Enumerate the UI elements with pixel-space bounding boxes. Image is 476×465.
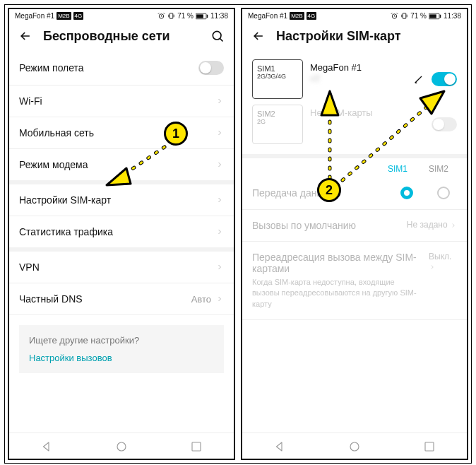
nav-back-icon[interactable]	[270, 440, 289, 453]
alarm-icon	[391, 12, 398, 20]
back-icon[interactable]	[18, 28, 33, 44]
svg-rect-12	[440, 14, 441, 18]
alarm-icon	[157, 12, 165, 20]
sim-mode: 2G	[257, 118, 298, 125]
row-vpn[interactable]: VPN	[9, 252, 234, 283]
badge: 4G	[307, 12, 317, 20]
row-label: Вызовы по умолчанию	[252, 220, 356, 231]
back-icon[interactable]	[251, 28, 266, 44]
navbar	[9, 432, 234, 459]
header: Настройки SIM-карт	[242, 21, 467, 51]
row-traffic[interactable]: Статистика трафика	[9, 216, 234, 252]
statusbar: MegaFon #1 M2B 4G 71 % 11:38	[9, 9, 234, 21]
svg-rect-9	[403, 13, 406, 18]
row-value: Авто	[191, 294, 211, 305]
svg-rect-1	[169, 13, 173, 18]
chevron-right-icon	[215, 160, 224, 169]
badge: M2B	[290, 12, 304, 20]
time-label: 11:38	[210, 12, 228, 20]
svg-point-13	[350, 442, 359, 451]
badge: M2B	[56, 12, 71, 20]
battery-text: 71 %	[177, 12, 194, 20]
svg-rect-14	[425, 442, 434, 451]
chevron-right-icon	[215, 97, 224, 105]
row-label: Настройки SIM-карт	[19, 194, 215, 206]
svg-rect-11	[429, 14, 436, 18]
sim-name: SIM2	[257, 110, 298, 118]
sim-card-2[interactable]: SIM2 2G	[252, 105, 303, 144]
row-forwarding[interactable]: Переадресация вызова между SIM-картами В…	[242, 242, 467, 320]
row-label: Переадресация вызова между SIM-картами	[252, 252, 429, 274]
nav-home-icon[interactable]	[112, 440, 131, 453]
sim-operator: MegaFon #1	[310, 62, 406, 73]
row-wifi[interactable]: Wi-Fi	[9, 86, 234, 117]
battery-icon	[429, 13, 441, 20]
vibrate-icon	[400, 12, 408, 20]
svg-point-5	[213, 31, 221, 40]
search-icon[interactable]	[210, 28, 225, 44]
row-label: VPN	[19, 261, 215, 273]
battery-text: 71 %	[410, 12, 427, 20]
svg-point-6	[117, 442, 126, 451]
row-label: Частный DNS	[19, 293, 191, 305]
page-title: Беспроводные сети	[43, 29, 200, 44]
nav-home-icon[interactable]	[345, 440, 364, 453]
vibrate-icon	[167, 12, 175, 20]
row-value: Не задано	[407, 220, 448, 230]
chevron-right-icon	[215, 129, 224, 137]
chevron-right-icon	[215, 228, 224, 236]
phone-left: MegaFon #1 M2B 4G 71 % 11:38	[8, 8, 235, 460]
row-calls[interactable]: Вызовы по умолчанию Не задано	[242, 210, 467, 242]
badge: 4G	[73, 12, 84, 20]
annotation-1: 1	[164, 122, 188, 146]
row-dns[interactable]: Частный DNS Авто	[9, 283, 234, 315]
annotation-arrow-1	[102, 143, 180, 192]
hint-link[interactable]: Настройки вызовов	[29, 353, 214, 363]
annotation-2: 2	[317, 178, 341, 202]
page-title: Настройки SIM-карт	[276, 29, 458, 44]
chevron-right-icon	[215, 196, 224, 204]
chevron-right-icon	[215, 263, 224, 271]
statusbar: MegaFon #1 M2B 4G 71 % 11:38	[242, 9, 467, 21]
sim-mode: 2G/3G/4G	[257, 73, 298, 80]
sim-card-1[interactable]: SIM1 2G/3G/4G	[252, 59, 303, 99]
nav-recent-icon[interactable]	[420, 440, 439, 453]
carrier-label: MegaFon #1	[15, 12, 54, 20]
sim-name: SIM1	[257, 64, 298, 73]
row-label: Статистика трафика	[19, 226, 215, 237]
hint-question: Ищете другие настройки?	[29, 335, 214, 346]
row-label: Wi-Fi	[19, 95, 215, 107]
row-value: Выкл.	[429, 252, 451, 261]
svg-rect-4	[207, 14, 208, 18]
svg-rect-3	[196, 14, 203, 18]
nav-recent-icon[interactable]	[187, 440, 206, 453]
row-desc: Когда SIM-карта недоступна, входящие выз…	[252, 277, 457, 310]
header: Беспроводные сети	[9, 21, 234, 51]
svg-rect-7	[192, 442, 201, 451]
carrier-label: MegaFon #1	[248, 12, 287, 20]
time-label: 11:38	[444, 12, 461, 20]
nav-back-icon[interactable]	[37, 440, 56, 453]
battery-icon	[196, 13, 208, 20]
row-label: Режим полета	[19, 62, 198, 73]
annotation-arrow-2	[316, 76, 476, 196]
toggle-airplane[interactable]	[198, 61, 224, 75]
chevron-right-icon	[215, 295, 224, 303]
navbar	[242, 432, 467, 459]
search-hint: Ищете другие настройки? Настройки вызово…	[19, 325, 224, 373]
row-airplane[interactable]: Режим полета	[9, 51, 234, 86]
